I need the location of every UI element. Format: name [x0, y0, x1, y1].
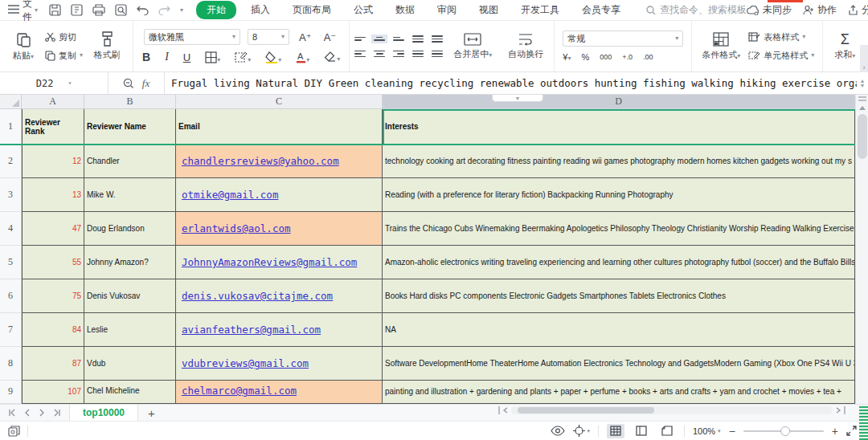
cell-rank[interactable]: 75 — [22, 279, 84, 313]
align-top-icon[interactable] — [354, 37, 366, 41]
increase-decimal-button[interactable]: +.0 — [622, 53, 633, 61]
paste-button[interactable]: 粘贴▾ — [5, 23, 42, 70]
tab-membership[interactable]: 会员专享 — [574, 1, 628, 19]
cell-email[interactable]: avianfeathers@gmail.com — [176, 313, 383, 347]
column-header-a[interactable]: A — [22, 95, 84, 109]
horizontal-scrollbar[interactable] — [498, 405, 845, 415]
cell-name[interactable]: Denis Vukosav — [84, 279, 176, 313]
borders-button[interactable]: ▾ — [203, 51, 223, 63]
email-link[interactable]: otmike@gmail.com — [182, 189, 278, 201]
italic-button[interactable]: I — [162, 51, 171, 63]
distributed-icon[interactable] — [432, 51, 443, 58]
save-icon[interactable] — [49, 4, 61, 16]
tab-formulas[interactable]: 公式 — [346, 1, 381, 19]
email-link[interactable]: avianfeathers@gmail.com — [182, 324, 321, 336]
increase-indent-icon[interactable] — [432, 35, 443, 43]
command-search[interactable]: 查找命令、搜索模板 — [646, 3, 747, 17]
formula-bar-expand-icon[interactable]: ▲▼ — [857, 72, 868, 94]
tab-insert[interactable]: 插入 — [243, 1, 278, 19]
select-all-corner[interactable] — [0, 95, 22, 109]
row-number[interactable]: 5 — [0, 246, 22, 279]
clear-format-button[interactable]: ▾ — [321, 51, 342, 63]
share-button[interactable]: 分享 — [848, 3, 868, 17]
tab-view[interactable]: 视图 — [471, 1, 506, 19]
row-number[interactable]: 2 — [0, 145, 22, 178]
email-link[interactable]: erlantwids@aol.com — [182, 222, 290, 234]
tab-developer[interactable]: 开发工具 — [513, 1, 567, 19]
format-painter-button[interactable]: 格式刷 — [86, 23, 128, 70]
split-handle[interactable] — [498, 406, 500, 414]
fx-icon[interactable]: fx — [142, 77, 149, 90]
normal-view-button[interactable] — [607, 424, 624, 438]
align-middle-icon[interactable] — [374, 37, 385, 41]
name-box[interactable]: D22 ▾ — [0, 72, 108, 94]
cell-interests[interactable]: Reading (with a preference for literary … — [383, 178, 855, 212]
row-number[interactable]: 8 — [0, 347, 22, 381]
currency-button[interactable]: ¥▾ — [563, 52, 571, 62]
horizontal-scroll-thumb[interactable] — [518, 407, 654, 414]
export-pdf-icon[interactable] — [71, 4, 83, 16]
cell-email[interactable]: otmike@gmail.com — [176, 178, 383, 212]
undo-icon[interactable] — [137, 5, 149, 15]
email-link[interactable]: vdubreviews@gmail.com — [182, 357, 309, 369]
zoom-slider[interactable] — [743, 430, 824, 432]
horizontal-scroll-track[interactable] — [511, 406, 833, 414]
column-header-c[interactable]: C — [176, 95, 383, 109]
decrease-font-icon[interactable]: A⁻ — [321, 31, 339, 43]
tab-page-layout[interactable]: 页面布局 — [285, 1, 339, 19]
bold-button[interactable]: B — [140, 51, 153, 63]
cell-d1[interactable]: Interests — [383, 109, 855, 145]
email-link[interactable]: chandlersreviews@yahoo.com — [182, 155, 339, 167]
cell-interests[interactable]: technology cooking art decorating fitnes… — [383, 145, 855, 178]
column-header-b[interactable]: B — [84, 95, 176, 109]
cell-rank[interactable]: 107 — [22, 381, 84, 404]
row-number[interactable]: 1 — [0, 109, 22, 145]
email-link[interactable]: denis.vukosav@citajme.com — [182, 290, 333, 302]
eye-protection-icon[interactable] — [551, 426, 565, 436]
align-left-icon[interactable] — [354, 51, 366, 58]
print-icon[interactable] — [92, 4, 105, 16]
align-center-icon[interactable] — [374, 51, 385, 58]
next-sheet-icon[interactable] — [39, 409, 45, 417]
cell-email[interactable]: erlantwids@aol.com — [176, 212, 383, 246]
vertical-scroll-thumb[interactable] — [858, 114, 867, 159]
scroll-left-icon[interactable] — [503, 407, 508, 414]
zoom-level[interactable]: 100%▾ — [693, 426, 721, 436]
email-link[interactable]: chelmarco@gmail.com — [182, 385, 297, 397]
conditional-format-button[interactable]: 条件格式▾ — [697, 23, 745, 70]
prev-sheet-icon[interactable] — [24, 409, 31, 417]
sync-status[interactable]: 未同步 — [747, 3, 792, 17]
table-style-button[interactable]: 表格样式▾ — [748, 31, 814, 43]
font-name-select[interactable]: 微软雅黑▾ — [144, 29, 240, 45]
zoom-slider-thumb[interactable] — [780, 426, 790, 436]
cell-rank[interactable]: 13 — [22, 178, 84, 212]
cell-c1[interactable]: Email — [176, 109, 383, 145]
increase-font-icon[interactable]: A⁺ — [297, 31, 314, 43]
selection-stats-icon[interactable] — [8, 425, 21, 437]
cell-interests[interactable]: NA — [383, 313, 855, 347]
decrease-decimal-button[interactable]: .00 — [643, 53, 653, 61]
zoom-out-icon[interactable] — [123, 78, 134, 89]
row-number[interactable]: 3 — [0, 178, 22, 212]
number-format-select[interactable]: 常规▾ — [563, 31, 683, 47]
cell-name[interactable]: Doug Erlandson — [84, 212, 176, 246]
cell-email[interactable]: JohnnyAmazonReviews@gmail.com — [176, 246, 383, 279]
cell-rank[interactable]: 55 — [22, 246, 84, 279]
cell-name[interactable]: Mike W. — [84, 178, 176, 212]
cell-interests[interactable]: Software DevelopmentHome TheaterHome Aut… — [383, 347, 855, 381]
name-box-dropdown-icon[interactable]: ▾ — [68, 80, 72, 87]
fill-color-button[interactable]: ▾ — [263, 51, 284, 63]
underline-button[interactable]: U — [181, 51, 193, 63]
column-header-d[interactable]: D — [383, 95, 855, 109]
cell-name[interactable]: Vdub — [84, 347, 176, 381]
merge-center-button[interactable]: 合并居中▾ — [449, 23, 496, 70]
sum-button[interactable]: Σ 求和▾ — [828, 23, 862, 70]
zoom-out-button[interactable]: − — [729, 425, 735, 438]
copy-button[interactable]: 复制▾ — [45, 50, 83, 62]
split-handle[interactable] — [844, 406, 845, 414]
cell-a1[interactable]: Reviewer Rank — [22, 109, 84, 145]
formula-bar-collapse-tab[interactable]: ▼ — [492, 95, 543, 102]
cell-email[interactable]: chandlersreviews@yahoo.com — [176, 145, 383, 178]
justify-icon[interactable] — [412, 51, 424, 58]
hamburger-menu-icon[interactable] — [8, 4, 19, 16]
